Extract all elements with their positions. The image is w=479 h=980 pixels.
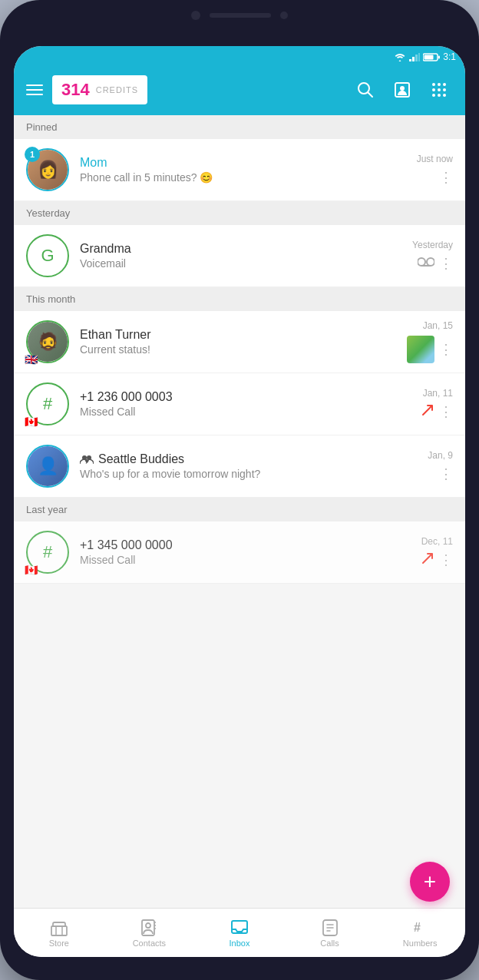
conversation-mom[interactable]: 👩 1 Mom Phone call in 5 minutes? 😊 Just … [14, 139, 465, 201]
conv-content-seattle: Seattle Buddies Who's up for a movie tom… [80, 452, 417, 480]
more-icon-number2[interactable]: ⋮ [439, 551, 453, 568]
flag-number2: 🇨🇦 [25, 564, 40, 575]
section-this-month: This month [14, 287, 465, 311]
svg-point-19 [443, 94, 446, 97]
more-icon-number1[interactable]: ⋮ [439, 403, 453, 420]
conversation-number2[interactable]: # 🇨🇦 +1 345 000 0000 Missed Call Dec, 11 [14, 521, 465, 584]
keypad-button[interactable] [425, 76, 453, 104]
conv-content-number2: +1 345 000 0000 Missed Call [80, 538, 410, 566]
conv-preview-number2: Missed Call [80, 554, 410, 566]
conv-name-mom: Mom [80, 156, 406, 170]
svg-rect-6 [438, 55, 440, 58]
front-sensor [280, 12, 288, 19]
speaker-grille [210, 13, 271, 18]
conversations-list: Pinned 👩 1 Mom Phone call in 5 minutes? … [14, 115, 465, 908]
section-last-year-label: Last year [26, 504, 67, 515]
conversation-number1[interactable]: # 🇨🇦 +1 236 000 0003 Missed Call Jan, 11 [14, 373, 465, 435]
front-camera-area [191, 11, 288, 20]
conv-meta-mom: Just now ⋮ [417, 154, 453, 186]
keypad-icon [431, 81, 448, 98]
conversation-grandma[interactable]: G Grandma Voicemail Yesterday [14, 225, 465, 287]
conv-time-number1: Jan, 11 [423, 388, 453, 399]
avatar-seattle: 👤 [26, 445, 69, 488]
bottom-navigation: Store Contacts Inbox [14, 908, 465, 957]
fab-plus-icon: + [424, 869, 436, 894]
status-icons: 3:1 [394, 51, 456, 62]
svg-text:#: # [414, 921, 421, 934]
more-icon-mom[interactable]: ⋮ [439, 169, 453, 186]
search-button[interactable] [352, 76, 379, 104]
phone-screen: 3:1 314 CREDITS [14, 46, 465, 957]
conv-meta-seattle: Jan, 9 ⋮ [428, 450, 453, 482]
compose-fab[interactable]: + [410, 862, 450, 902]
section-last-year: Last year [14, 498, 465, 521]
conv-content-ethan: Ethan Turner Current status! [80, 328, 396, 356]
conversation-seattle[interactable]: 👤 Seattle Buddies Who's u [14, 435, 465, 498]
nav-item-store[interactable]: Store [14, 912, 104, 954]
svg-rect-25 [51, 926, 67, 935]
wifi-icon [394, 52, 406, 61]
conv-preview-number1: Missed Call [80, 406, 410, 418]
contact-icon [394, 81, 411, 98]
seattle-name-text: Seattle Buddies [98, 452, 184, 466]
hamburger-button[interactable] [26, 84, 43, 95]
missed-call-arrow [421, 403, 434, 417]
conv-preview-ethan: Current status! [80, 343, 396, 356]
conv-time-ethan: Jan, 15 [423, 320, 453, 331]
nav-label-inbox: Inbox [230, 939, 250, 948]
section-pinned: Pinned [14, 115, 465, 139]
credits-box[interactable]: 314 CREDITS [52, 75, 147, 104]
credits-number: 314 [61, 80, 90, 100]
conv-actions-number1: ⋮ [421, 403, 453, 420]
avatar-wrap-number2: # 🇨🇦 [26, 531, 69, 574]
conv-time-grandma: Yesterday [412, 240, 453, 250]
nav-label-calls: Calls [320, 939, 339, 948]
section-pinned-label: Pinned [26, 121, 57, 133]
svg-point-13 [443, 83, 446, 86]
more-icon-grandma[interactable]: ⋮ [439, 255, 453, 272]
conv-name-ethan: Ethan Turner [80, 328, 396, 342]
svg-point-10 [400, 86, 405, 91]
avatar-wrap-number1: # 🇨🇦 [26, 382, 69, 425]
avatar-wrap-grandma: G [26, 234, 69, 277]
conv-time-mom: Just now [417, 154, 453, 164]
svg-point-17 [432, 94, 435, 97]
svg-rect-5 [424, 55, 434, 59]
nav-item-contacts[interactable]: Contacts [104, 912, 195, 954]
section-this-month-label: This month [26, 293, 75, 305]
conversation-ethan[interactable]: 🧔 🇬🇧 Ethan Turner Current status! Jan, 1… [14, 311, 465, 373]
nav-item-numbers[interactable]: # Numbers [375, 912, 465, 954]
contact-button[interactable] [388, 76, 416, 104]
conv-name-seattle: Seattle Buddies [80, 452, 417, 466]
inbox-icon [230, 919, 249, 937]
camera-dot [191, 11, 200, 20]
status-time: 3:1 [443, 51, 456, 62]
conv-name-number1: +1 236 000 0003 [80, 390, 410, 404]
conv-actions-seattle: ⋮ [439, 465, 453, 482]
avatar-wrap-ethan: 🧔 🇬🇧 [26, 320, 69, 363]
section-yesterday-label: Yesterday [26, 207, 70, 219]
conv-content-grandma: Grandma Voicemail [80, 242, 401, 270]
svg-point-21 [427, 258, 434, 266]
nav-item-calls[interactable]: Calls [285, 912, 375, 954]
flag-number1: 🇨🇦 [25, 416, 40, 427]
missed-call-arrow-2 [421, 551, 434, 565]
conv-actions-mom: ⋮ [439, 169, 453, 186]
svg-point-29 [146, 923, 150, 928]
more-icon-ethan[interactable]: ⋮ [439, 341, 453, 358]
unread-badge-mom: 1 [25, 147, 40, 162]
more-icon-seattle[interactable]: ⋮ [439, 465, 453, 482]
avatar-grandma: G [26, 234, 69, 277]
search-icon [357, 81, 374, 98]
conv-preview-seattle: Who's up for a movie tomorrow night? [80, 468, 417, 480]
conv-meta-number2: Dec, 11 ⋮ [421, 536, 453, 568]
conv-time-seattle: Jan, 9 [428, 450, 453, 461]
section-yesterday: Yesterday [14, 201, 465, 225]
missed-call-icon-2 [421, 551, 434, 568]
thumbnail-ethan [407, 336, 434, 363]
numbers-icon: # [411, 919, 429, 937]
nav-item-inbox[interactable]: Inbox [194, 912, 285, 954]
svg-rect-2 [415, 55, 418, 61]
voicemail-svg [418, 257, 434, 267]
group-icon [80, 454, 94, 465]
